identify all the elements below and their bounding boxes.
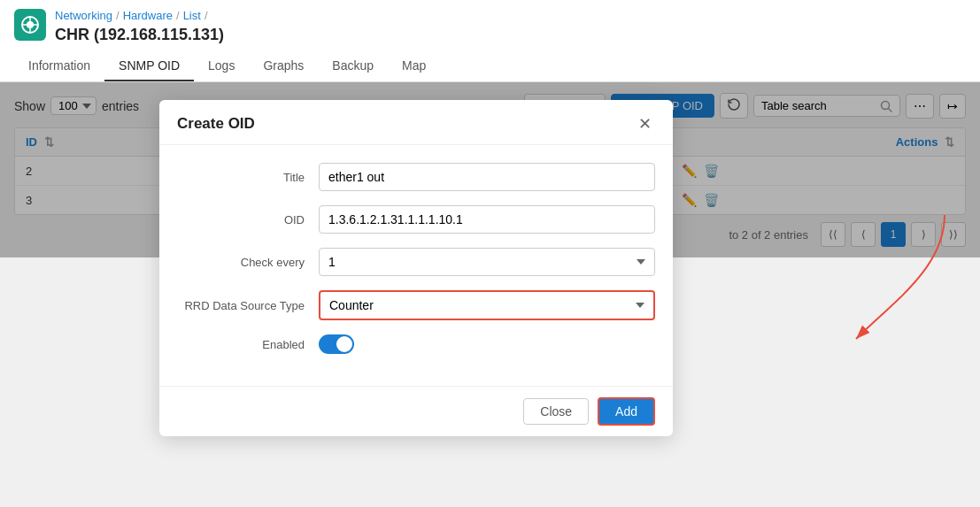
tab-bar: Information SNMP OID Logs Graphs Backup … [14, 51, 966, 81]
form-row-oid: OID [177, 205, 655, 234]
title-label: Title [177, 171, 319, 184]
form-row-enabled: Enabled [177, 334, 655, 354]
tab-snmp-oid[interactable]: SNMP OID [104, 51, 194, 81]
modal-footer: Close Add [159, 386, 673, 436]
close-modal-button[interactable]: Close [523, 398, 589, 425]
tab-graphs[interactable]: Graphs [249, 51, 318, 81]
main-content: Show 100 25 50 entries SNMPWalk Add SNMP… [0, 82, 980, 257]
check-every-select[interactable]: 1 5 10 15 30 60 [319, 248, 655, 276]
tab-logs[interactable]: Logs [194, 51, 249, 81]
breadcrumb: Networking / Hardware / List / [55, 9, 966, 22]
breadcrumb-networking[interactable]: Networking [55, 9, 112, 22]
enabled-toggle[interactable] [319, 334, 354, 354]
modal-close-button[interactable]: ✕ [635, 114, 655, 134]
create-oid-modal: Create OID ✕ Title OID Check every [159, 100, 673, 436]
form-row-title: Title [177, 163, 655, 191]
form-row-check-every: Check every 1 5 10 15 30 60 [177, 248, 655, 276]
tab-backup[interactable]: Backup [318, 51, 388, 81]
breadcrumb-list[interactable]: List [183, 9, 201, 22]
tab-map[interactable]: Map [388, 51, 440, 81]
enabled-label: Enabled [177, 338, 319, 351]
modal-overlay: Create OID ✕ Title OID Check every [0, 82, 980, 257]
form-row-rrd: RRD Data Source Type Counter Gauge Deriv… [177, 290, 655, 320]
oid-label: OID [177, 213, 319, 227]
title-input[interactable] [319, 163, 655, 191]
rrd-label: RRD Data Source Type [177, 299, 319, 312]
tab-information[interactable]: Information [14, 51, 104, 81]
header: Networking / Hardware / List / CHR (192.… [0, 0, 980, 82]
app-logo [14, 9, 46, 41]
oid-input[interactable] [319, 205, 655, 234]
page-title: CHR (192.168.115.131) [55, 26, 966, 44]
check-every-label: Check every [177, 256, 319, 269]
add-button[interactable]: Add [598, 397, 655, 426]
modal-body: Title OID Check every 1 5 10 15 3 [159, 145, 673, 386]
modal-header: Create OID ✕ [159, 100, 673, 145]
rrd-select[interactable]: Counter Gauge Derive Absolute [319, 290, 655, 320]
modal-title: Create OID [177, 115, 255, 133]
breadcrumb-hardware[interactable]: Hardware [123, 9, 173, 22]
